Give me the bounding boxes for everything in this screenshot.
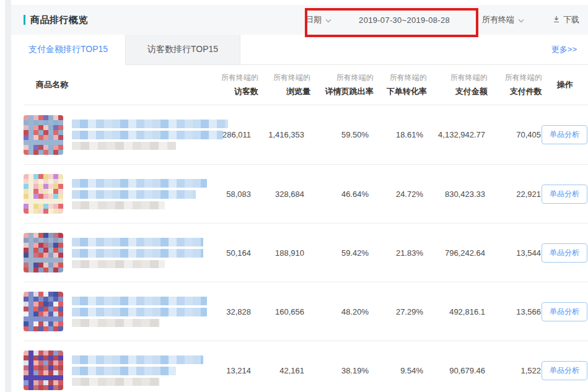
more-link[interactable]: 更多>> bbox=[551, 44, 588, 55]
column-header-action: 操作 bbox=[542, 79, 588, 90]
product-thumbnail bbox=[24, 233, 63, 272]
product-cell bbox=[24, 233, 200, 272]
bounce-rate-value: 59.50% bbox=[304, 130, 369, 139]
product-ranking-panel: 商品排行概览 日期 2019-07-30~2019-08-28 所有终端 下 bbox=[11, 0, 588, 392]
bounce-rate-value: 48.20% bbox=[304, 307, 369, 316]
product-title-blur-line bbox=[72, 308, 207, 316]
product-meta-blur-line bbox=[72, 319, 160, 327]
table-row: 13,21442,16138.19%9.54%90,679.461,522单品分… bbox=[24, 341, 588, 392]
payment-amount-value: 492,816.1 bbox=[423, 307, 485, 316]
table-header-wrap: 商品名称 所有终端的 访客数 所有终端的 浏览量 所有终端的 详情页跳出率 所有… bbox=[24, 65, 588, 105]
action-cell: 单品分析 bbox=[541, 125, 588, 144]
product-meta-blur-line bbox=[72, 201, 165, 209]
table-header-row: 商品名称 所有终端的 访客数 所有终端的 浏览量 所有终端的 详情页跳出率 所有… bbox=[24, 65, 588, 105]
product-cell bbox=[24, 351, 200, 390]
payment-items-value: 70,405 bbox=[485, 130, 541, 139]
bounce-rate-value: 46.64% bbox=[304, 189, 369, 199]
product-meta-blur-line bbox=[72, 378, 160, 386]
panel-header: 商品排行概览 日期 2019-07-30~2019-08-28 所有终端 下 bbox=[11, 5, 588, 35]
payment-amount-value: 830,423.33 bbox=[423, 189, 485, 199]
visitors-value: 50,164 bbox=[200, 248, 251, 258]
table-row: 50,164188,91059.42%21.83%796,242.6413,54… bbox=[24, 223, 588, 282]
product-thumbnail bbox=[24, 292, 63, 331]
date-dropdown-label: 日期 bbox=[305, 14, 322, 25]
tab-label: 支付金额排行TOP15 bbox=[29, 44, 108, 55]
table-body: 286,0111,416,35359.50%18.61%4,132,942.77… bbox=[11, 105, 588, 392]
product-title-blur-line bbox=[72, 238, 203, 246]
product-title-blur-line bbox=[72, 120, 228, 128]
payment-items-value: 1,522 bbox=[485, 366, 541, 375]
product-cell bbox=[24, 292, 200, 331]
date-range-value[interactable]: 2019-07-30~2019-08-28 bbox=[359, 15, 450, 25]
conversion-rate-value: 18.61% bbox=[369, 130, 423, 139]
pageviews-value: 160,656 bbox=[251, 307, 304, 316]
item-analysis-button[interactable]: 单品分析 bbox=[542, 125, 587, 144]
download-button-label: 下载 bbox=[563, 14, 579, 25]
column-header-pageviews: 所有终端的 浏览量 bbox=[258, 72, 310, 97]
visitors-value: 58,083 bbox=[200, 189, 251, 199]
product-name-redacted bbox=[72, 179, 207, 209]
product-meta-blur-line bbox=[72, 142, 176, 150]
tab-visitor-ranking[interactable]: 访客数排行TOP15 bbox=[126, 35, 240, 64]
product-name-redacted bbox=[72, 238, 203, 268]
product-thumbnail bbox=[24, 115, 63, 155]
visitors-value: 32,828 bbox=[200, 307, 251, 316]
conversion-rate-value: 9.54% bbox=[369, 366, 423, 375]
action-cell: 单品分析 bbox=[541, 185, 588, 204]
product-title-blur-line bbox=[72, 297, 207, 305]
panel-title-wrap: 商品排行概览 bbox=[24, 14, 88, 26]
action-cell: 单品分析 bbox=[541, 302, 588, 321]
product-title-blur-line bbox=[72, 355, 203, 364]
conversion-rate-value: 21.83% bbox=[369, 248, 423, 258]
bounce-rate-value: 38.19% bbox=[304, 366, 369, 375]
chevron-down-icon bbox=[325, 15, 331, 25]
item-analysis-button[interactable]: 单品分析 bbox=[542, 361, 587, 380]
column-header-bounce-rate: 所有终端的 详情页跳出率 bbox=[310, 72, 374, 97]
action-cell: 单品分析 bbox=[541, 243, 588, 263]
download-button[interactable]: 下载 bbox=[553, 14, 579, 25]
item-analysis-button[interactable]: 单品分析 bbox=[542, 185, 587, 204]
payment-items-value: 13,566 bbox=[485, 307, 541, 316]
item-analysis-button[interactable]: 单品分析 bbox=[542, 302, 587, 321]
product-title-blur-line bbox=[72, 367, 176, 375]
column-header-visitors: 所有终端的 访客数 bbox=[209, 72, 258, 97]
chevron-down-icon bbox=[518, 15, 524, 25]
payment-items-value: 13,544 bbox=[485, 248, 541, 258]
tab-payment-ranking[interactable]: 支付金额排行TOP15 bbox=[11, 35, 126, 65]
bounce-rate-value: 59.42% bbox=[304, 248, 369, 258]
table-row: 32,828160,65648.20%27.29%492,816.113,566… bbox=[24, 282, 588, 341]
column-header-conversion-rate: 所有终端的 下单转化率 bbox=[374, 72, 427, 97]
page-gutter bbox=[5, 0, 11, 392]
table-row: 286,0111,416,35359.50%18.61%4,132,942.77… bbox=[11, 105, 588, 164]
header-toolbar: 日期 2019-07-30~2019-08-28 所有终端 下载 bbox=[305, 14, 579, 25]
pageviews-value: 328,684 bbox=[251, 189, 304, 199]
item-analysis-button[interactable]: 单品分析 bbox=[542, 243, 587, 263]
payment-items-value: 22,921 bbox=[485, 189, 541, 199]
conversion-rate-value: 24.72% bbox=[369, 189, 423, 199]
visitors-value: 13,214 bbox=[200, 366, 251, 375]
payment-amount-value: 796,242.64 bbox=[423, 248, 485, 258]
product-title-blur-line bbox=[72, 190, 196, 199]
pageviews-value: 42,161 bbox=[251, 366, 304, 375]
tab-bar: 支付金额排行TOP15 访客数排行TOP15 更多>> bbox=[11, 35, 588, 65]
product-meta-blur-line bbox=[72, 260, 165, 268]
terminal-dropdown[interactable]: 所有终端 bbox=[482, 14, 524, 25]
payment-amount-value: 90,679.46 bbox=[423, 366, 485, 375]
date-dropdown[interactable]: 日期 bbox=[305, 14, 331, 25]
product-name-redacted bbox=[72, 297, 207, 327]
visitors-value: 286,011 bbox=[200, 130, 251, 139]
title-accent-bar bbox=[24, 15, 25, 25]
column-header-payment-items: 所有终端的 支付件数 bbox=[488, 72, 542, 97]
product-cell bbox=[24, 174, 200, 214]
page-title: 商品排行概览 bbox=[30, 14, 88, 26]
conversion-rate-value: 27.29% bbox=[369, 307, 423, 316]
product-cell bbox=[24, 115, 200, 155]
pageviews-value: 1,416,353 bbox=[251, 130, 304, 139]
product-thumbnail bbox=[24, 174, 63, 214]
pageviews-value: 188,910 bbox=[251, 248, 304, 258]
column-header-product-name: 商品名称 bbox=[36, 79, 209, 90]
column-header-payment-amount: 所有终端的 支付金额 bbox=[427, 72, 488, 97]
product-title-blur-line bbox=[72, 249, 203, 258]
product-title-blur-line bbox=[72, 179, 207, 188]
product-thumbnail bbox=[24, 351, 63, 390]
